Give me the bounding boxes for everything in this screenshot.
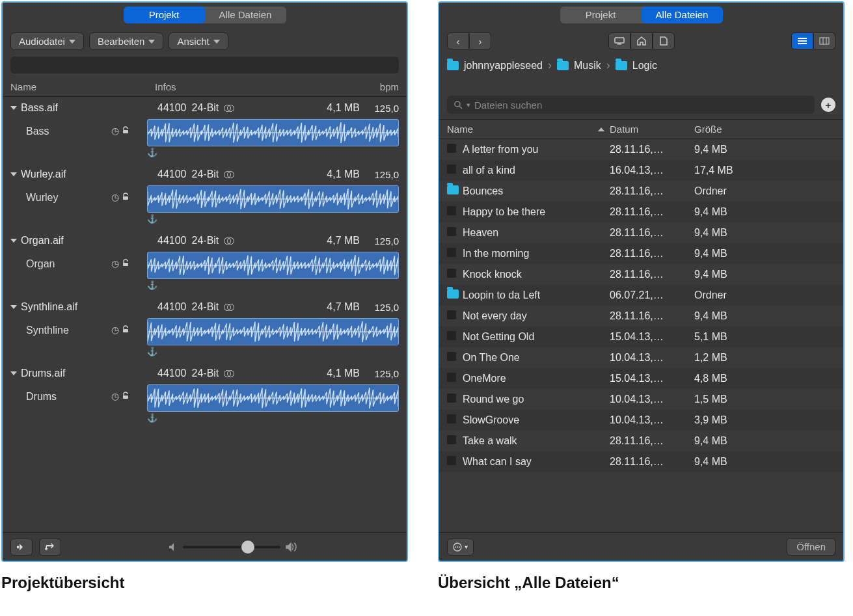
- waveform[interactable]: [147, 384, 399, 412]
- list-item[interactable]: OneMore 15.04.13,… 4,8 MB: [439, 368, 843, 389]
- tab-projekt[interactable]: Projekt: [124, 7, 205, 23]
- list-item[interactable]: A letter from you 28.11.16,… 9,4 MB: [439, 139, 843, 160]
- open-button[interactable]: Öffnen: [787, 538, 835, 556]
- list-item[interactable]: In the morning 28.11.16,… 9,4 MB: [439, 243, 843, 264]
- region-icons: ◷: [111, 119, 147, 136]
- folder-icon: [447, 61, 459, 70]
- list-item[interactable]: Take a walk 28.11.16,… 9,4 MB: [439, 431, 843, 451]
- nav-back-button[interactable]: ‹: [447, 33, 469, 49]
- file-row[interactable]: Organ.aif 4410024-Bit 4,7 MB 125,0: [3, 230, 407, 252]
- clock-icon: ◷: [111, 126, 119, 136]
- file-row[interactable]: Synthline.aif 4410024-Bit 4,7 MB 125,0: [3, 296, 407, 318]
- breadcrumb-item[interactable]: Logic: [632, 60, 657, 72]
- list-item[interactable]: Not Getting Old 15.04.13,… 5,1 MB: [439, 327, 843, 347]
- item-name: Heaven: [463, 227, 610, 239]
- view-list-button[interactable]: [791, 33, 813, 49]
- col-name[interactable]: Name: [447, 124, 473, 135]
- chevron-down-icon: ▾: [465, 543, 468, 550]
- disclosure-triangle-icon[interactable]: [10, 305, 17, 309]
- svg-rect-0: [123, 130, 128, 133]
- breadcrumb-item[interactable]: Musik: [574, 60, 601, 72]
- region-row[interactable]: Synthline ◷ ⚓: [3, 318, 407, 362]
- item-date: 28.11.16,…: [610, 227, 694, 239]
- waveform[interactable]: [147, 318, 399, 345]
- file-bpm: 125,0: [360, 302, 399, 313]
- list-item[interactable]: all of a kind 16.04.13,… 17,4 MB: [439, 160, 843, 181]
- volume-slider[interactable]: [183, 546, 280, 548]
- disclosure-triangle-icon[interactable]: [10, 172, 17, 176]
- list-item[interactable]: Happy to be there 28.11.16,… 9,4 MB: [439, 202, 843, 222]
- nav-computer-button[interactable]: [608, 33, 630, 49]
- item-date: 10.04.13,…: [610, 352, 694, 364]
- view-columns-button[interactable]: [813, 33, 835, 49]
- loop-button[interactable]: [39, 539, 61, 556]
- stereo-icon: [224, 170, 234, 178]
- item-size: 9,4 MB: [694, 269, 835, 280]
- document-icon: [660, 36, 668, 46]
- list-item[interactable]: Not every day 28.11.16,… 9,4 MB: [439, 306, 843, 327]
- col-groesse[interactable]: Größe: [694, 124, 835, 135]
- col-bpm[interactable]: bpm: [360, 81, 399, 92]
- col-infos[interactable]: Infos: [155, 81, 360, 92]
- item-size: 9,4 MB: [694, 144, 835, 155]
- list-item[interactable]: Loopin to da Left 06.07.21,… Ordner: [439, 285, 843, 306]
- item-size: 9,4 MB: [694, 206, 835, 218]
- waveform[interactable]: [147, 252, 399, 279]
- list-item[interactable]: Knock knock 28.11.16,… 9,4 MB: [439, 264, 843, 285]
- tab-alle-dateien[interactable]: Alle Dateien: [642, 7, 723, 23]
- left-file-list: Bass.aif 4410024-Bit 4,1 MB 125,0 Bass ◷…: [3, 97, 407, 532]
- breadcrumb-item[interactable]: johnnyappleseed: [464, 60, 543, 72]
- svg-rect-6: [123, 329, 128, 332]
- item-date: 28.11.16,…: [610, 144, 694, 155]
- item-name: Round we go: [463, 394, 610, 405]
- svg-rect-12: [820, 38, 829, 44]
- list-icon: [797, 37, 807, 45]
- file-infos: 4410024-Bit 4,1 MB: [157, 368, 360, 379]
- list-item[interactable]: Bounces 28.11.16,… Ordner: [439, 181, 843, 202]
- col-name[interactable]: Name: [10, 81, 155, 92]
- volume-control: [169, 542, 299, 552]
- region-row[interactable]: Bass ◷ ⚓: [3, 119, 407, 163]
- ellipsis-circle-icon: [453, 542, 462, 552]
- file-icon: [447, 394, 456, 403]
- disclosure-triangle-icon[interactable]: [10, 239, 17, 243]
- list-item[interactable]: Round we go 10.04.13,… 1,5 MB: [439, 389, 843, 410]
- col-datum[interactable]: Datum: [610, 124, 694, 135]
- region-row[interactable]: Drums ◷ ⚓: [3, 384, 407, 429]
- menu-bearbeiten[interactable]: Bearbeiten: [89, 33, 164, 50]
- nav-project-button[interactable]: [653, 33, 675, 49]
- disclosure-triangle-icon[interactable]: [10, 106, 17, 110]
- nav-forward-button[interactable]: ›: [469, 33, 491, 49]
- action-menu-button[interactable]: ▾: [447, 539, 474, 556]
- list-item[interactable]: What can I say 28.11.16,… 9,4 MB: [439, 451, 843, 472]
- file-row[interactable]: Bass.aif 4410024-Bit 4,1 MB 125,0: [3, 97, 407, 119]
- nav-home-button[interactable]: [630, 33, 653, 49]
- menu-audiodatei[interactable]: Audiodatei: [10, 33, 84, 50]
- chevron-right-icon: ›: [548, 59, 552, 72]
- clock-icon: ◷: [111, 258, 119, 269]
- file-row[interactable]: Drums.aif 4410024-Bit 4,1 MB 125,0: [3, 362, 407, 384]
- add-button[interactable]: +: [821, 98, 835, 112]
- item-date: 15.04.13,…: [610, 373, 694, 384]
- item-name: Knock knock: [463, 269, 610, 280]
- region-row[interactable]: Organ ◷ ⚓: [3, 252, 407, 296]
- left-search-bar[interactable]: [10, 57, 399, 74]
- tab-alle-dateien[interactable]: Alle Dateien: [205, 7, 286, 23]
- list-item[interactable]: On The One 10.04.13,… 1,2 MB: [439, 347, 843, 368]
- menu-ansicht-label: Ansicht: [177, 36, 209, 47]
- menu-ansicht[interactable]: Ansicht: [169, 33, 228, 50]
- svg-rect-2: [123, 196, 128, 200]
- file-row[interactable]: Wurley.aif 4410024-Bit 4,1 MB 125,0: [3, 163, 407, 185]
- search-input[interactable]: ▾ Dateien suchen: [447, 96, 815, 114]
- region-name: Drums: [10, 384, 111, 403]
- list-item[interactable]: Heaven 28.11.16,… 9,4 MB: [439, 222, 843, 243]
- list-item[interactable]: SlowGroove 10.04.13,… 3,9 MB: [439, 410, 843, 431]
- left-toolbar: Audiodatei Bearbeiten Ansicht: [3, 29, 407, 57]
- region-row[interactable]: Wurley ◷ ⚓: [3, 185, 407, 230]
- disclosure-triangle-icon[interactable]: [10, 371, 17, 375]
- tab-projekt[interactable]: Projekt: [560, 7, 642, 23]
- waveform[interactable]: [147, 119, 399, 146]
- waveform[interactable]: [147, 185, 399, 213]
- left-caption: Projektübersicht: [1, 574, 408, 592]
- preview-play-button[interactable]: [10, 539, 33, 556]
